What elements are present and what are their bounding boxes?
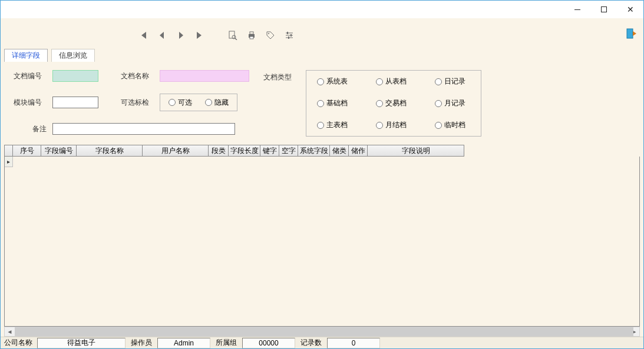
nav-next-button[interactable] xyxy=(174,28,188,42)
col-sys-field[interactable]: 系统字段 xyxy=(298,145,329,157)
radio-optional[interactable]: 可选 xyxy=(169,98,192,108)
svg-line-2 xyxy=(235,38,237,40)
grid: 序号 字段编号 字段名称 用户名称 段类 字段长度 键字 空字 系统字段 储类 … xyxy=(4,145,640,327)
col-store-op[interactable]: 储作 xyxy=(348,145,367,157)
nav-first-button[interactable] xyxy=(136,28,150,42)
radio-month-close[interactable]: 月结档 xyxy=(376,120,411,130)
form-panel: 文档编号 文档名称 模块编号 可选标检 可选 隐藏 备注 xyxy=(1,62,643,145)
col-rowselector[interactable] xyxy=(4,145,12,157)
opt-label: 可选标检 xyxy=(121,98,154,108)
svg-point-6 xyxy=(268,33,269,34)
module-no-input[interactable] xyxy=(52,97,98,108)
horizontal-scrollbar[interactable]: ◄ ► xyxy=(4,327,640,337)
scroll-track[interactable] xyxy=(15,327,629,336)
tab-row: 详细字段 信息浏览 xyxy=(1,46,643,62)
module-no-label: 模块编号 xyxy=(14,98,47,108)
status-group-label: 所属组 xyxy=(212,338,241,348)
exit-button[interactable] xyxy=(626,28,638,39)
radio-hidden-label: 隐藏 xyxy=(214,98,229,108)
radio-slave-doc[interactable]: 从表档 xyxy=(376,77,411,87)
nav-prev-button[interactable] xyxy=(155,28,169,42)
close-icon: ✕ xyxy=(627,5,634,14)
radio-system-table[interactable]: 系统表 xyxy=(317,77,352,87)
radio-month-record[interactable]: 月记录 xyxy=(435,98,470,108)
grid-body[interactable]: ▸ xyxy=(4,157,640,327)
remark-label: 备注 xyxy=(14,124,47,134)
minimize-button[interactable] xyxy=(564,1,590,18)
status-count-value: 0 xyxy=(327,338,380,348)
radio-optional-label: 可选 xyxy=(178,98,192,108)
opt-group: 可选 隐藏 xyxy=(160,94,237,111)
doc-type-panel: 系统表 从表档 日记录 基础档 交易档 月记录 主表档 月结档 临时档 xyxy=(306,70,481,137)
col-user-name[interactable]: 用户名称 xyxy=(142,145,208,157)
col-store-type[interactable]: 储类 xyxy=(329,145,348,157)
radio-day-record[interactable]: 日记录 xyxy=(435,77,470,87)
col-null[interactable]: 空字 xyxy=(279,145,298,157)
row-marker-icon: ▸ xyxy=(5,157,13,167)
radio-temp-doc[interactable]: 临时档 xyxy=(435,120,470,130)
toolbar xyxy=(1,26,643,44)
col-seg-type[interactable]: 段类 xyxy=(208,145,228,157)
col-key[interactable]: 键字 xyxy=(260,145,279,157)
status-operator-label: 操作员 xyxy=(127,338,156,348)
status-company-label: 公司名称 xyxy=(1,338,36,348)
print-button[interactable] xyxy=(245,28,259,42)
minimize-icon xyxy=(574,9,580,10)
preview-button[interactable] xyxy=(226,28,240,42)
doc-type-label: 文档类型 xyxy=(263,72,296,82)
svg-rect-12 xyxy=(288,36,289,39)
svg-rect-10 xyxy=(287,32,288,34)
doc-name-input[interactable] xyxy=(160,70,249,82)
doc-name-label: 文档名称 xyxy=(121,71,154,81)
tab-detail-fields[interactable]: 详细字段 xyxy=(4,49,48,62)
scroll-thumb[interactable] xyxy=(15,327,633,336)
grid-header: 序号 字段编号 字段名称 用户名称 段类 字段长度 键字 空字 系统字段 储类 … xyxy=(4,145,640,157)
tab-info-browse[interactable]: 信息浏览 xyxy=(51,49,95,62)
settings-button[interactable] xyxy=(282,28,296,42)
window-titlebar: ✕ xyxy=(1,1,643,18)
radio-trade-doc[interactable]: 交易档 xyxy=(376,98,411,108)
remark-input[interactable] xyxy=(52,123,235,135)
col-field-no[interactable]: 字段编号 xyxy=(41,145,76,157)
close-button[interactable]: ✕ xyxy=(617,1,643,18)
status-company-value: 得益电子 xyxy=(37,338,126,348)
svg-rect-0 xyxy=(229,31,235,38)
col-field-name[interactable]: 字段名称 xyxy=(76,145,142,157)
radio-base-doc[interactable]: 基础档 xyxy=(317,98,352,108)
tag-button[interactable] xyxy=(263,28,278,42)
doc-no-input[interactable] xyxy=(52,70,98,82)
status-bar: 公司名称 得益电子 操作员 Admin 所属组 00000 记录数 0 xyxy=(1,337,643,348)
scroll-left-icon[interactable]: ◄ xyxy=(5,327,15,336)
menu-bar xyxy=(1,18,643,26)
status-count-label: 记录数 xyxy=(296,338,326,348)
col-seq[interactable]: 序号 xyxy=(12,145,41,157)
nav-last-button[interactable] xyxy=(193,28,207,42)
svg-rect-5 xyxy=(250,36,253,39)
maximize-icon xyxy=(601,6,607,12)
radio-main-doc[interactable]: 主表档 xyxy=(317,120,352,130)
svg-rect-11 xyxy=(290,34,292,36)
maximize-button[interactable] xyxy=(590,1,617,18)
doc-no-label: 文档编号 xyxy=(14,71,47,81)
status-group-value: 00000 xyxy=(242,338,295,348)
col-field-desc[interactable]: 字段说明 xyxy=(367,145,464,157)
col-field-len[interactable]: 字段长度 xyxy=(228,145,260,157)
radio-hidden[interactable]: 隐藏 xyxy=(205,98,229,108)
svg-rect-13 xyxy=(627,29,633,38)
status-operator-value: Admin xyxy=(157,338,210,348)
svg-rect-4 xyxy=(250,32,253,34)
